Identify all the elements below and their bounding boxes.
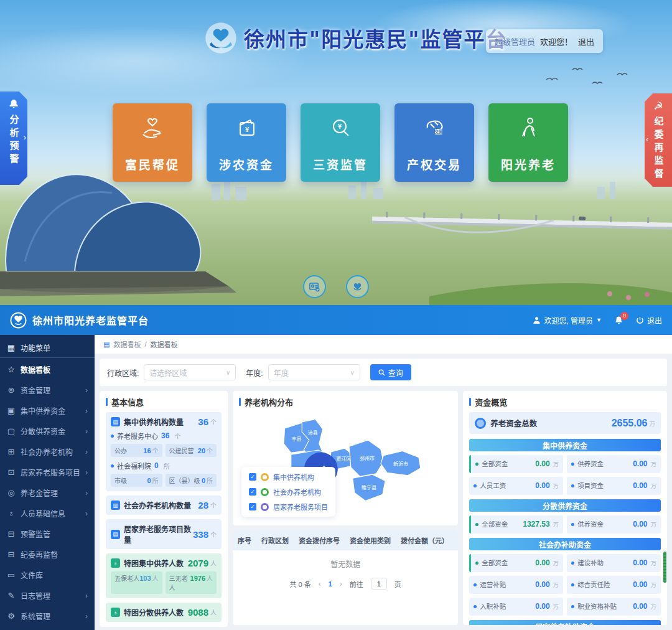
green-marker-icon — [261, 488, 269, 496]
funds-overview-panel: 资金概览 养老资金总数 2655.06 万 集中供养资金 全部资金0.00万 供… — [463, 391, 667, 625]
legend-centralized-institutions[interactable]: ✓ 集中供养机构 — [249, 472, 328, 482]
fund-stat-cell: 全部资金1327.53万 — [469, 515, 563, 534]
sidebar-item-warning-supervision[interactable]: ⊟ 预警监管 — [0, 524, 95, 544]
sidebar-item-centralized-funds[interactable]: ▣ 集中供养资金› — [0, 400, 95, 421]
tile-label: 涉农资金 — [219, 156, 274, 172]
analysis-warning-banner[interactable]: 🔔︎ 分析预警 › — [0, 92, 27, 185]
portal-title: 徐州市"阳光惠民"监管平台 — [244, 23, 507, 53]
fund-stat-cell: 建设补助0.00万 — [567, 554, 661, 572]
purple-marker-icon — [261, 503, 269, 511]
gold-marker-icon — [261, 473, 269, 481]
tile-fumin-bangcu[interactable]: 富民帮促 — [113, 103, 192, 182]
year-select[interactable]: 年度 ∨ — [268, 364, 360, 380]
notification-badge: 0 — [620, 312, 628, 320]
region-select[interactable]: 请选择区域 ∨ — [144, 364, 236, 380]
checkbox-checked-icon[interactable]: ✓ — [249, 503, 256, 510]
elder-person-icon — [514, 114, 543, 143]
target-icon — [475, 418, 486, 429]
folder-icon: ▣ — [7, 406, 16, 415]
logout-button[interactable]: 退出 — [636, 315, 662, 326]
sidebar-item-home-care-projects[interactable]: ⊡ 居家养老服务项目› — [0, 462, 95, 482]
tile-chanquan-jiaoyi[interactable]: 交易 产权交易 — [394, 103, 474, 182]
care-heart-button[interactable] — [346, 275, 369, 298]
tile-label: 产权交易 — [407, 156, 462, 172]
col-date: 拨付日期 — [454, 530, 458, 550]
chevron-right-icon: › — [85, 612, 88, 621]
sidebar-item-log-mgmt[interactable]: ✎ 日志管理› — [0, 585, 95, 606]
empty-state-text: 暂无数据 — [233, 550, 458, 575]
page-number[interactable]: 1 — [329, 580, 332, 588]
stat-chip: 公建民营20个 — [166, 444, 217, 457]
monitor-icon: ⊡ — [7, 468, 16, 477]
chevron-down-icon: ▼ — [596, 317, 602, 323]
sidebar-item-file-library[interactable]: ▭ 文件库 — [0, 565, 95, 585]
wallet-yuan-icon: ¥ — [232, 114, 261, 143]
legend-social-institutions[interactable]: ✓ 社会办养老机构 — [249, 487, 328, 497]
coin-icon: ◎ — [7, 488, 16, 497]
sidebar-item-system-mgmt[interactable]: ⚙ 系统管理› — [0, 606, 95, 626]
chevron-left-icon[interactable]: ‹ — [646, 134, 648, 144]
chevron-right-icon: › — [85, 468, 88, 477]
doc-icon: ▥ — [111, 501, 120, 510]
id-card-button[interactable] — [303, 275, 326, 298]
jiwei-supervision-banner[interactable]: ☭ 纪委再监督 ‹ — [645, 93, 672, 187]
checkbox-checked-icon[interactable]: ✓ — [249, 473, 256, 481]
dashboard-header: 徐州市阳光养老监管平台 欢迎您, 管理员 ▼ 0 — [0, 305, 672, 335]
stat-card-social-institutions: ▥ 社会办养老机构数量 28 个 — [106, 496, 222, 515]
panel-title: 基本信息 — [111, 396, 144, 408]
checkbox-checked-icon[interactable]: ✓ — [249, 488, 256, 496]
tile-shenong-zijin[interactable]: ¥ 涉农资金 — [207, 103, 286, 182]
search-icon — [378, 369, 385, 376]
scrollbar-thumb[interactable] — [663, 552, 666, 583]
next-page-button[interactable]: › — [340, 580, 342, 588]
sidebar-item-pension-mgmt[interactable]: ◎ 养老金管理› — [0, 482, 95, 503]
pagination: 共 0 条 ‹ 1 › 前往 页 — [233, 575, 458, 590]
breadcrumb-current: 数据看板 — [150, 339, 177, 349]
legend-homecare-projects[interactable]: ✓ 居家养老服务项目 — [249, 502, 328, 512]
prev-page-button[interactable]: ‹ — [319, 580, 321, 588]
tile-label: 富民帮促 — [125, 156, 180, 172]
chevron-right-icon[interactable]: › — [24, 133, 26, 142]
fund-stat-cell: 入职补贴0.00万 — [469, 598, 563, 616]
svg-text:交易: 交易 — [435, 129, 443, 134]
chevron-right-icon: › — [85, 509, 88, 518]
goto-label: 前往 — [350, 579, 363, 589]
tile-sanzi-jianguan[interactable]: ¥ 三资监管 — [301, 103, 380, 182]
logout-link[interactable]: 退出 — [578, 35, 594, 47]
stat-card-tekun-decentralized: ♁ 特困分散供养人数 9088 人 — [106, 603, 222, 622]
map-legend: ✓ 集中供养机构 ✓ 社会办养老机构 ✓ — [241, 467, 335, 517]
sidebar-item-fund-mgmt[interactable]: ⊜ 资金管理› — [0, 380, 95, 400]
tile-yangguang-yanglao[interactable]: 阳光养老 — [488, 103, 568, 182]
party-emblem-icon: ☭ — [653, 101, 663, 111]
col-seq: 序号 — [233, 530, 256, 550]
portal-logo-icon — [204, 21, 238, 55]
person-icon: ♁ — [111, 608, 120, 617]
person-icon: ♁ — [7, 509, 16, 518]
goto-page-input[interactable] — [371, 578, 387, 590]
person-icon: ♁ — [111, 558, 120, 568]
sidebar-item-jiwei-supervision[interactable]: ⊟ 纪委再监督 — [0, 544, 95, 565]
dashboard-title: 徐州市阳光养老监管平台 — [32, 313, 149, 327]
goto-unit-label: 页 — [394, 579, 401, 589]
magnifier-yuan-icon: ¥ — [326, 114, 355, 143]
user-menu[interactable]: 欢迎您, 管理员 ▼ — [533, 315, 602, 326]
chevron-right-icon: › — [85, 448, 88, 456]
map-label-pizhou: 邳州市 — [360, 455, 375, 461]
edit-icon: ✎ — [7, 591, 16, 600]
screen-icon: ⊟ — [7, 529, 16, 538]
user-role: 超级管理员 — [495, 35, 535, 47]
fund-stat-cell: 人员工资0.00万 — [469, 477, 563, 495]
sidebar-item-personnel-info[interactable]: ♁ 人员基础信息› — [0, 503, 95, 524]
chevron-right-icon: › — [85, 386, 88, 395]
app-screen: 徐州市"阳光惠民"监管平台 超级管理员 欢迎您！ 退出 富民帮促 ¥ — [0, 0, 672, 630]
fund-stat-cell: 供养资金0.00万 — [567, 515, 661, 534]
sidebar-item-data-board[interactable]: ☆ 数据看板 — [0, 359, 95, 380]
breadcrumb-root[interactable]: 数据看板 — [113, 339, 141, 349]
search-button[interactable]: 查询 — [370, 364, 411, 380]
building-icon: ⊞ — [7, 447, 16, 456]
notifications-button[interactable]: 0 — [614, 316, 623, 325]
chevron-right-icon: › — [85, 591, 88, 600]
sidebar-item-decentralized-funds[interactable]: ▢ 分散供养资金› — [0, 421, 95, 441]
sidebar-item-social-institutions[interactable]: ⊞ 社会办养老机构› — [0, 441, 95, 462]
stat-card-tekun-centralized: ♁ 特困集中供养人数 2079 人 五保老人103人 三无老人1976人 — [106, 553, 222, 598]
